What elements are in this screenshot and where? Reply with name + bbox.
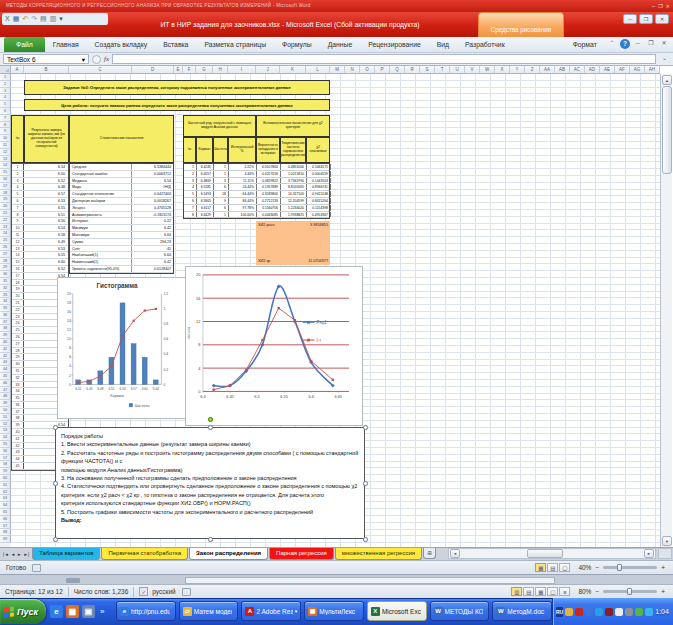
selection-handle[interactable] [363, 425, 368, 430]
table-row[interactable]: Уровень надежности(95,0%)0.0128407 [70, 266, 173, 273]
tray-icon[interactable] [565, 608, 573, 616]
tray-icon[interactable] [605, 608, 613, 616]
restore-icon[interactable]: ❐ [658, 1, 662, 11]
row-header[interactable]: 13 [0, 156, 11, 163]
row-header[interactable]: 66 [0, 516, 11, 523]
taskbar-button[interactable]: ▱ Матем модели М... [179, 601, 239, 621]
column-header[interactable]: AF [615, 66, 630, 74]
table-row[interactable]: 126.49 [12, 239, 68, 246]
table-row[interactable]: 1 6.4245 1 2.22% 0.0107800 0.4851000 0.5… [184, 164, 329, 171]
table-row[interactable]: 3 6.4869 3 11.11% 0.0829822 3.7341990 0.… [184, 178, 329, 185]
header-no[interactable]: № [11, 115, 24, 163]
procedure-textbox[interactable]: Порядок работы1. Ввести экспериментальны… [55, 427, 365, 539]
zoom-out-icon[interactable]: − [595, 564, 599, 571]
print-layout-view-icon[interactable]: ▥ [511, 587, 522, 596]
word-language[interactable]: русский [152, 588, 175, 595]
row-header[interactable]: 43 [0, 359, 11, 366]
qat-icon[interactable]: ▾ [59, 14, 63, 24]
next-sheet-icon[interactable]: ► [17, 552, 21, 557]
qat-icon[interactable]: ▤ [40, 14, 47, 24]
table-row[interactable]: 86.51 [12, 212, 68, 219]
table-row[interactable]: Минимум6.42 [70, 225, 173, 232]
minimize-ribbon-icon[interactable]: ⌃ [607, 39, 617, 49]
row-header[interactable]: 5 [0, 101, 11, 108]
header-freq-cum[interactable]: Интегральный % [228, 137, 256, 163]
prev-sheet-icon[interactable]: ◄ [11, 552, 15, 557]
row-header[interactable]: 64 [0, 502, 11, 509]
column-header[interactable]: W [480, 66, 495, 74]
ribbon-tab[interactable]: Главная [45, 37, 87, 52]
column-header[interactable]: AB [555, 66, 570, 74]
row-header[interactable]: 67 [0, 523, 11, 530]
row-header[interactable]: 1 [0, 74, 11, 81]
zoom-level[interactable]: 40% [578, 564, 591, 571]
row-header[interactable]: 49 [0, 400, 11, 407]
ribbon-tab[interactable]: Вставка [155, 37, 196, 52]
ribbon-tab[interactable]: Создать вкладку [87, 37, 156, 52]
row-header[interactable]: 23 [0, 224, 11, 231]
row-header[interactable]: 22 [0, 217, 11, 224]
tray-icon[interactable] [625, 608, 633, 616]
row-header[interactable]: 42 [0, 353, 11, 360]
table-row[interactable]: Среднее6.5384444 [70, 164, 173, 171]
row-header[interactable]: 10 [0, 135, 11, 142]
qat-icon[interactable]: ▦ [13, 14, 20, 24]
table-row[interactable]: Эксцесс0.4705128 [70, 205, 173, 212]
start-button[interactable]: Пуск [0, 599, 46, 624]
scroll-left-icon[interactable]: ◄ [450, 549, 460, 558]
statistics-table[interactable]: Среднее6.5384444Стандартная ошибка0.0063… [69, 163, 174, 274]
row-header[interactable]: 47 [0, 387, 11, 394]
macro-record-icon[interactable] [32, 564, 41, 572]
row-header[interactable]: 34 [0, 298, 11, 305]
table-row[interactable]: 36.52 [12, 178, 68, 185]
scroll-down-icon[interactable]: ▼ [662, 536, 672, 546]
table-row[interactable]: 136.53 [12, 246, 68, 253]
row-header[interactable]: 21 [0, 210, 11, 217]
row-header[interactable]: 41 [0, 346, 11, 353]
row-header[interactable]: 14 [0, 162, 11, 169]
selection-handle[interactable] [53, 425, 58, 430]
row-header[interactable]: 35 [0, 305, 11, 312]
fullscreen-view-icon[interactable]: ▤ [523, 587, 534, 596]
taskbar-button[interactable]: ▦ МультиЛекс [304, 601, 364, 621]
column-header[interactable]: K [280, 66, 306, 74]
row-header[interactable]: 38 [0, 325, 11, 332]
table-row[interactable]: Счет45 [70, 246, 173, 253]
help-icon[interactable]: ? [620, 39, 630, 49]
column-header[interactable]: Q [390, 66, 405, 74]
column-header[interactable]: G [196, 66, 213, 74]
word-titlebar[interactable]: МЕТОДЫ КОРРЕЛЯЦИОННОГО И РЕГРЕССИОННОГО … [0, 0, 673, 12]
draft-view-icon[interactable]: ≡ [559, 587, 570, 596]
table-row[interactable]: 166.52 [12, 266, 68, 273]
quick-launch-icon[interactable]: e [50, 605, 63, 618]
selection-handle[interactable] [363, 481, 368, 486]
row-header[interactable]: 27 [0, 251, 11, 258]
row-header[interactable]: 18 [0, 190, 11, 197]
row-header[interactable]: 44 [0, 366, 11, 373]
normal-view-icon[interactable]: ▦ [535, 563, 546, 572]
minimize-icon[interactable]: ─ [623, 14, 637, 24]
row-header[interactable]: 65 [0, 509, 11, 516]
column-header[interactable]: M [330, 66, 345, 74]
row-header[interactable]: 36 [0, 312, 11, 319]
row-header[interactable]: 58 [0, 461, 11, 468]
selection-handle[interactable] [363, 537, 368, 542]
column-header[interactable]: Z [525, 66, 540, 74]
column-header[interactable]: L [306, 66, 330, 74]
window-resize-grip[interactable] [658, 548, 672, 559]
row-header[interactable]: 29 [0, 264, 11, 271]
table-row[interactable]: 5 6.5493 18 64.44% 0.3183800 14.327100 0… [184, 191, 329, 198]
zoom-in-icon[interactable]: + [661, 588, 665, 595]
table-row[interactable]: 46.48 [12, 184, 68, 191]
formula-input[interactable] [112, 54, 656, 64]
column-header[interactable]: H [213, 66, 228, 74]
chevron-right-icon[interactable]: » [100, 607, 104, 616]
drawing-tools-context-tab[interactable]: Средства рисования [478, 12, 564, 37]
horizontal-scrollbar[interactable]: ◄ ► [448, 548, 656, 559]
expand-formula-bar-icon[interactable]: ⌄ [659, 54, 670, 64]
taskbar-button[interactable]: A 2 Adobe Read... ▾ [241, 601, 301, 621]
row-header[interactable]: 52 [0, 421, 11, 428]
sheet-tab[interactable]: множественная регрессия [335, 548, 422, 560]
scrollbar-thumb[interactable] [527, 549, 563, 558]
column-header[interactable]: D [132, 66, 174, 74]
